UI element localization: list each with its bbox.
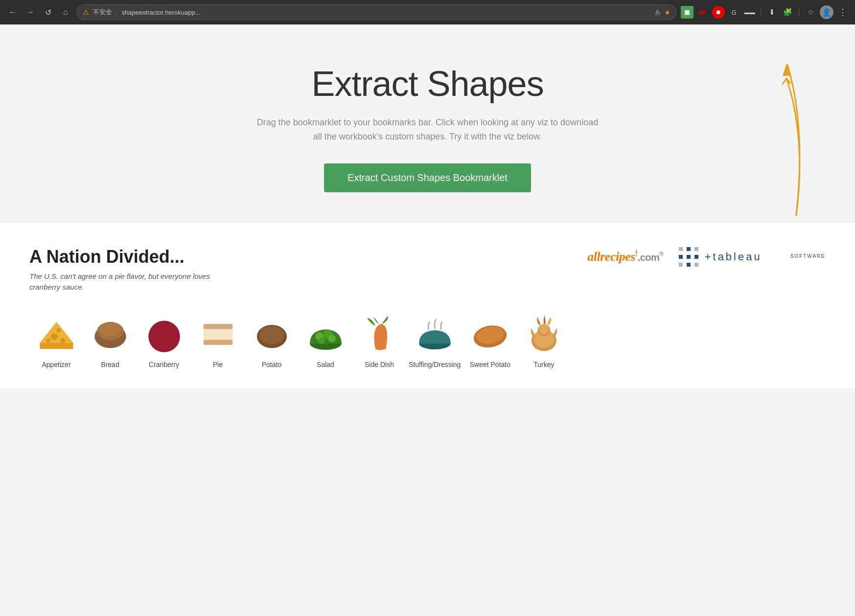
food-icons-row: Appetizer BreadCranberry Pie Potato Sala… xyxy=(29,313,826,368)
food-icon-salad xyxy=(303,313,347,357)
logos-block: allrecipes!.com® xyxy=(587,247,826,267)
forward-button[interactable]: → xyxy=(23,5,37,19)
extension-icon-4[interactable]: G xyxy=(728,6,740,19)
svg-rect-5 xyxy=(694,255,698,259)
food-item-sweet-potato[interactable]: Sweet Potato xyxy=(463,313,517,368)
svg-rect-22 xyxy=(203,340,232,345)
svg-rect-8 xyxy=(679,263,683,267)
food-label: Cranberry xyxy=(149,361,179,368)
security-warning-icon: ⚠ xyxy=(83,8,89,16)
svg-point-13 xyxy=(60,338,65,343)
food-label: Salad xyxy=(317,361,334,368)
extension-icon-3[interactable]: ⏺ xyxy=(712,6,725,19)
bookmarklet-button[interactable]: Extract Custom Shapes Bookmarklet xyxy=(324,163,531,192)
food-item-cranberry[interactable]: Cranberry xyxy=(137,313,191,368)
page-content: Extract Shapes Drag the bookmarklet to y… xyxy=(0,24,855,616)
food-item-side-dish[interactable]: Side Dish xyxy=(352,313,406,368)
svg-point-19 xyxy=(148,321,180,353)
menu-icon[interactable]: ⋮ xyxy=(836,6,849,19)
svg-rect-9 xyxy=(694,263,698,267)
extension-icon-2[interactable]: 4K xyxy=(696,6,709,19)
svg-rect-2 xyxy=(687,255,691,259)
browser-toolbar-icons: ▣ 4K ⏺ G ▬▬ | ⬇ 🧩 | ☆ 👤 ⋮ xyxy=(681,5,849,19)
hero-section: Extract Shapes Drag the bookmarklet to y… xyxy=(0,24,855,222)
svg-point-12 xyxy=(51,333,58,340)
food-label: Appetizer xyxy=(42,361,70,368)
extension-icon-1[interactable]: ▣ xyxy=(681,6,693,19)
food-label: Potato xyxy=(262,361,281,368)
svg-point-24 xyxy=(259,326,284,344)
svg-point-15 xyxy=(56,328,61,333)
food-label: Sweet Potato xyxy=(470,361,510,368)
food-item-turkey[interactable]: Turkey xyxy=(517,313,571,368)
svg-rect-3 xyxy=(687,263,691,267)
food-label: Stuffing/Dressing xyxy=(409,361,461,368)
back-button[interactable]: ← xyxy=(6,5,20,19)
food-icon-cranberry xyxy=(142,313,186,357)
svg-point-36 xyxy=(539,324,549,334)
food-label: Turkey xyxy=(533,361,554,368)
reload-button[interactable]: ↺ xyxy=(41,5,55,19)
food-item-salad[interactable]: Salad xyxy=(299,313,352,368)
svg-rect-21 xyxy=(203,324,232,329)
extensions-icon[interactable]: 🧩 xyxy=(782,6,794,19)
food-item-bread[interactable]: Bread xyxy=(83,313,137,368)
food-label: Pie xyxy=(213,361,223,368)
svg-rect-7 xyxy=(694,247,698,251)
viz-title-block: A Nation Divided... The U.S. can't agree… xyxy=(29,247,235,293)
home-button[interactable]: ⌂ xyxy=(59,5,72,19)
food-icon-bread xyxy=(88,313,132,357)
svg-rect-4 xyxy=(679,255,683,259)
viz-subtitle: The U.S. can't agree on a pie flavor, bu… xyxy=(29,271,235,293)
hero-subtitle: Drag the bookmarklet to your bookmarks b… xyxy=(256,115,599,144)
svg-rect-6 xyxy=(679,247,683,251)
food-icon-pie xyxy=(196,313,240,357)
url-text: shapeextractor.herokuapp... xyxy=(121,9,650,16)
svg-point-29 xyxy=(318,338,325,344)
food-icon-carrot xyxy=(357,313,401,357)
extension-icon-5[interactable]: ▬▬ xyxy=(743,6,756,19)
food-item-stuffing-dressing[interactable]: Stuffing/Dressing xyxy=(406,313,463,368)
food-item-appetizer[interactable]: Appetizer xyxy=(29,313,83,368)
food-icon-sweetpotato xyxy=(468,313,512,357)
food-icon-stuffing xyxy=(413,313,457,357)
browser-chrome: ← → ↺ ⌂ ⚠ 不安全 | shapeextractor.herokuapp… xyxy=(0,0,855,24)
svg-point-18 xyxy=(99,323,121,336)
food-label: Side Dish xyxy=(365,361,394,368)
food-label: Bread xyxy=(101,361,119,368)
allrecipes-logo: allrecipes!.com® xyxy=(587,249,663,264)
favorites-icon[interactable]: ☆ xyxy=(804,6,817,19)
user-avatar[interactable]: 👤 xyxy=(820,5,833,19)
svg-point-28 xyxy=(328,335,335,342)
warning-text: 不安全 xyxy=(93,8,112,17)
page-title: Extract Shapes xyxy=(20,64,835,104)
address-bar[interactable]: ⚠ 不安全 | shapeextractor.herokuapp... あ ★ xyxy=(76,4,677,20)
svg-marker-10 xyxy=(40,322,73,343)
viz-header: A Nation Divided... The U.S. can't agree… xyxy=(29,247,826,293)
food-item-pie[interactable]: Pie xyxy=(191,313,245,368)
food-icon-cheese xyxy=(34,313,78,357)
download-icon[interactable]: ⬇ xyxy=(766,6,779,19)
svg-rect-1 xyxy=(687,247,691,251)
food-item-potato[interactable]: Potato xyxy=(245,313,299,368)
svg-point-14 xyxy=(46,339,50,343)
viz-section: A Nation Divided... The U.S. can't agree… xyxy=(0,222,855,388)
tableau-logo: +tableau SOFTWARE xyxy=(678,247,826,267)
food-icon-turkey xyxy=(522,313,566,357)
food-icon-potato xyxy=(250,313,294,357)
viz-title: A Nation Divided... xyxy=(29,247,235,267)
svg-marker-11 xyxy=(40,343,73,349)
